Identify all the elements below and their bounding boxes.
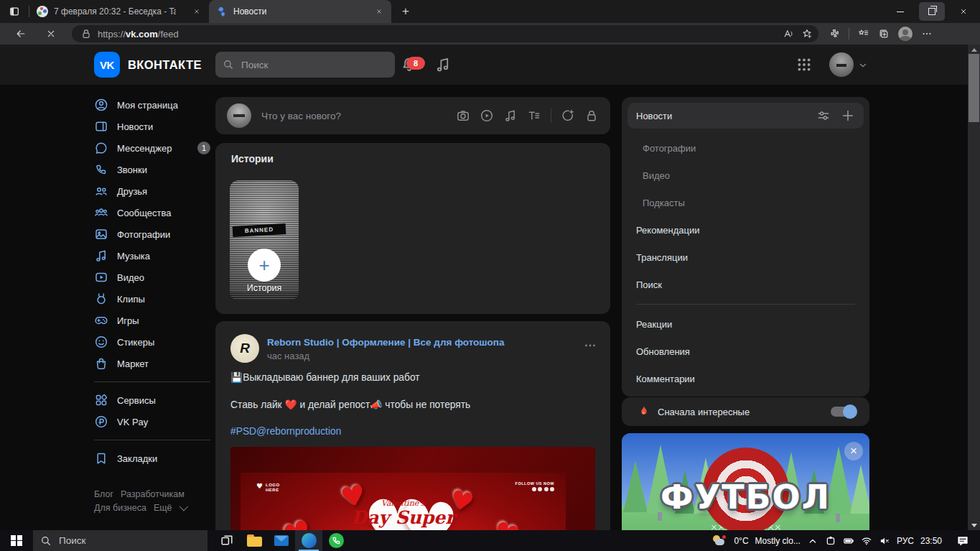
filter-search[interactable]: Поиск — [622, 271, 869, 298]
footer-link-more[interactable]: Ещё — [154, 503, 172, 513]
weather-icon[interactable] — [711, 535, 727, 547]
sidebar-item-calls[interactable]: Звонки — [94, 159, 210, 180]
battery-icon[interactable] — [843, 535, 854, 547]
close-icon[interactable]: × — [844, 442, 863, 460]
interesting-first-toggle[interactable] — [831, 407, 855, 417]
read-aloud-icon[interactable] — [783, 28, 794, 40]
post-hashtag-link[interactable]: #PSD@rebornproduction — [230, 426, 341, 437]
tab-close-icon[interactable] — [190, 8, 203, 15]
plus-icon[interactable] — [841, 108, 855, 123]
stop-icon[interactable] — [40, 23, 62, 45]
window-close-button[interactable] — [947, 0, 980, 23]
favorite-add-icon[interactable] — [801, 28, 813, 40]
filter-recommendations[interactable]: Рекомендации — [622, 216, 869, 244]
filter-video[interactable]: Видео — [622, 162, 869, 189]
scroll-up-arrow[interactable] — [968, 45, 980, 55]
post-author-avatar[interactable]: R — [230, 334, 259, 363]
wifi-icon[interactable] — [861, 535, 872, 547]
footer-link-developers[interactable]: Разработчикам — [121, 489, 185, 499]
taskbar-search-input[interactable] — [57, 534, 190, 547]
search-input[interactable] — [240, 59, 365, 71]
browser-profile-icon[interactable] — [898, 27, 913, 41]
composer-placeholder[interactable]: Что у вас нового? — [261, 111, 341, 121]
camera-icon[interactable] — [456, 108, 470, 123]
lock-icon[interactable] — [584, 108, 599, 123]
add-story-plus-icon[interactable]: + — [248, 249, 281, 282]
post-author-name[interactable]: Reborn Studio | Оформление | Все для фот… — [267, 337, 505, 348]
page-scrollbar[interactable] — [968, 45, 980, 530]
sidebar-item-bookmarks[interactable]: Закладки — [94, 448, 210, 469]
mail-icon[interactable] — [268, 530, 295, 551]
sidebar-item-video[interactable]: Видео — [94, 267, 210, 288]
window-restore-button[interactable] — [917, 0, 947, 23]
settings-dots-icon[interactable] — [921, 28, 933, 40]
filter-news-active[interactable]: Новости — [627, 103, 864, 129]
vk-logo[interactable]: VK — [94, 52, 120, 78]
filter-photos[interactable]: Фотографии — [622, 134, 869, 162]
music-note-icon[interactable] — [434, 56, 452, 73]
tab-close-icon[interactable] — [373, 8, 386, 15]
tray-clock[interactable]: 23:50 — [920, 536, 942, 546]
assistant-icon[interactable] — [561, 108, 575, 123]
sidebar-item-clips[interactable]: Клипы — [94, 288, 210, 310]
add-story-tile[interactable]: BANNED + История — [230, 180, 299, 300]
filter-updates[interactable]: Обновления — [622, 338, 869, 365]
task-view-icon[interactable] — [213, 530, 241, 551]
file-explorer-icon[interactable] — [241, 530, 268, 551]
whatsapp-icon[interactable] — [322, 530, 350, 551]
footer-link-blog[interactable]: Блог — [94, 489, 113, 499]
sidebar-item-services[interactable]: Сервисы — [94, 389, 210, 411]
post-menu-icon[interactable] — [583, 338, 597, 353]
post-composer[interactable]: Что у вас нового? — [215, 97, 610, 134]
game-ad-banner[interactable]: ФУТБОЛ × — [622, 433, 869, 530]
sidebar-item-games[interactable]: Игры — [94, 310, 210, 331]
sidebar-item-my-page[interactable]: Моя страница — [94, 94, 210, 116]
chevron-down-icon[interactable] — [857, 60, 869, 71]
sidebar-item-friends[interactable]: Друзья — [94, 180, 210, 202]
sidebar-item-messenger[interactable]: Мессенджер1 — [94, 137, 210, 159]
avatar[interactable] — [829, 52, 854, 77]
scrollbar-thumb[interactable] — [969, 54, 979, 122]
article-icon[interactable] — [527, 108, 541, 123]
filter-podcasts[interactable]: Подкасты — [622, 189, 869, 216]
tab-actions-menu-icon[interactable] — [0, 0, 29, 23]
filter-streams[interactable]: Трансляции — [622, 244, 869, 271]
start-icon[interactable] — [0, 530, 33, 551]
sidebar-item-communities[interactable]: Сообщества — [94, 202, 210, 223]
tray-language[interactable]: РУС — [897, 536, 914, 546]
sidebar-item-vkpay[interactable]: VK Pay — [94, 411, 210, 432]
taskbar-search[interactable] — [33, 530, 207, 551]
back-icon[interactable] — [10, 23, 32, 45]
sidebar-item-market[interactable]: Маркет — [94, 353, 210, 374]
post-timestamp[interactable]: час назад — [267, 351, 309, 361]
tray-weather-text[interactable]: Mostly clo... — [755, 536, 801, 546]
music-note-icon[interactable] — [503, 108, 518, 123]
tray-temperature[interactable]: 0°C — [734, 536, 748, 546]
sidebar-item-music[interactable]: Музыка — [94, 245, 210, 267]
apps-grid-icon[interactable] — [795, 56, 813, 73]
browser-tab-talk[interactable]: 7 февраля 20:32 - Беседка - Talk — [29, 0, 209, 23]
notifications-panel-icon[interactable] — [956, 534, 970, 548]
chevron-up-icon[interactable] — [807, 535, 818, 547]
window-minimize-button[interactable] — [884, 0, 917, 23]
filter-reactions[interactable]: Реакции — [622, 310, 869, 338]
sliders-icon[interactable] — [816, 108, 831, 123]
browser-tab-news[interactable]: Новости — [209, 0, 391, 23]
extensions-icon[interactable] — [829, 28, 840, 40]
filter-comments[interactable]: Комментарии — [622, 365, 869, 392]
edge-icon[interactable] — [295, 530, 322, 551]
post-image-banner[interactable]: ♥ ♥ ♥ ♥ ♥ ♥ Valentine's Day Super ♥ LOGO… — [230, 447, 595, 530]
sidebar-item-news[interactable]: Новости — [94, 116, 210, 137]
address-bar[interactable]: https://vk.com/feed — [72, 25, 818, 42]
footer-link-business[interactable]: Для бизнеса — [94, 503, 146, 513]
vk-search[interactable] — [215, 52, 395, 78]
sidebar-item-photos[interactable]: Фотографии — [94, 223, 210, 245]
favorites-bar-icon[interactable] — [858, 28, 869, 40]
scroll-down-arrow[interactable] — [968, 520, 980, 530]
collections-icon[interactable] — [878, 28, 890, 40]
vk-brand[interactable]: ВКОНТАКТЕ — [128, 58, 202, 72]
sidebar-item-stickers[interactable]: Стикеры — [94, 331, 210, 353]
video-circle-icon[interactable] — [480, 108, 494, 123]
new-tab-button[interactable]: + — [396, 1, 416, 22]
tablet-icon[interactable] — [825, 535, 836, 547]
